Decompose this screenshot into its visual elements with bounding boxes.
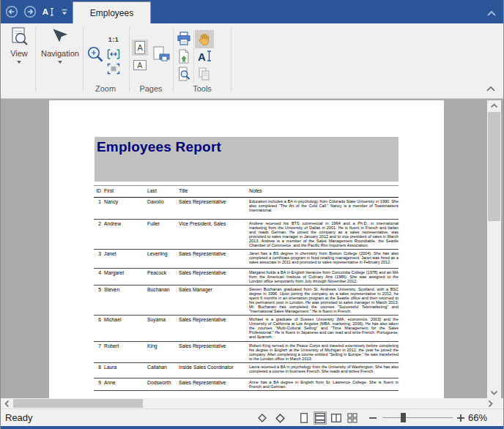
diamond-icon — [256, 412, 268, 424]
cell-notes: Janet has a BS degree in chemistry from … — [249, 251, 399, 268]
zoom-percentage: 66% — [468, 409, 487, 426]
zoom-slider-track[interactable] — [382, 417, 453, 418]
chevron-left-icon — [4, 400, 10, 408]
multi-page-grid-icon — [346, 412, 358, 424]
zoom-out-button[interactable] — [366, 411, 379, 425]
svg-text:A: A — [42, 7, 48, 16]
zoom-slider-thumb[interactable] — [401, 413, 406, 422]
scroll-right-button[interactable] — [486, 399, 495, 408]
zoom-one-to-one-button[interactable]: 1:1 — [105, 32, 122, 47]
table-body: 1 Nancy Davolio Sales Representative Edu… — [94, 198, 399, 391]
cell-title: Sales Representative — [177, 251, 249, 268]
portrait-page-button[interactable]: A — [132, 40, 148, 56]
column-header-title: Title — [177, 188, 249, 195]
portrait-page-icon: A — [132, 40, 148, 56]
view-button-label: View — [10, 49, 28, 58]
cell-last: Davolio — [145, 199, 177, 219]
page-setup-icon — [152, 45, 171, 64]
cell-notes: Andrew received his BTS commercial in 19… — [249, 221, 399, 249]
scroll-down-button[interactable] — [487, 387, 501, 398]
navigation-button[interactable]: Navigation — [38, 26, 82, 78]
text-select-button[interactable]: A — [196, 48, 212, 64]
hand-icon — [197, 32, 212, 47]
ribbon: View Navigation 1:1 — [1, 23, 503, 99]
landscape-page-button[interactable]: A — [132, 57, 148, 73]
cell-first: Anne — [101, 380, 145, 390]
report-title-banner: Employees Report — [94, 137, 399, 182]
view-button[interactable]: View — [5, 26, 33, 78]
edit-watermark-button[interactable] — [256, 411, 269, 425]
cell-id: 7 — [94, 343, 101, 362]
window-bottom-border — [1, 426, 503, 429]
hand-tool-button[interactable] — [195, 30, 214, 48]
back-button[interactable] — [5, 5, 18, 18]
cell-notes: Steven Buchanan graduated from St. Andre… — [249, 287, 399, 315]
vertical-scrollbar[interactable] — [487, 100, 501, 398]
cell-last: Fuller — [145, 221, 177, 249]
table-row: 7 Robert King Sales Representative Rober… — [94, 342, 399, 363]
svg-text:A: A — [138, 61, 143, 70]
status-text: Ready — [5, 409, 33, 426]
report-title: Employees Report — [97, 139, 221, 155]
printer-icon — [176, 31, 192, 47]
view-dropdown-caret-icon — [17, 61, 21, 64]
document-tab-employees[interactable]: Employees — [73, 1, 151, 23]
cell-id: 1 — [94, 199, 101, 219]
copy-icon — [196, 66, 212, 82]
cell-first: Nancy — [101, 199, 145, 219]
zoom-button[interactable] — [85, 44, 105, 64]
cell-first: Laura — [101, 365, 145, 378]
vertical-scroll-thumb[interactable] — [488, 112, 500, 221]
pages-group-label: Pages — [130, 84, 172, 93]
export-document-button[interactable] — [176, 48, 192, 64]
edit-parameters-button[interactable] — [273, 411, 286, 425]
report-page: Employees Report ID First Last Title Not… — [49, 100, 444, 398]
horizontal-scrollbar[interactable] — [1, 398, 503, 409]
print-button[interactable] — [176, 31, 192, 47]
cell-title: Sales Representative — [177, 380, 249, 390]
cell-notes: Michael is a graduate of Sussex Universi… — [249, 317, 399, 341]
cell-title: Sales Representative — [177, 343, 249, 362]
fit-page-icon — [105, 62, 122, 75]
fit-whole-page-button[interactable] — [105, 61, 122, 76]
text-cursor-icon: A — [42, 5, 55, 18]
zoom-in-button[interactable] — [454, 411, 467, 425]
cell-last: Leverling — [145, 251, 177, 268]
column-header-last: Last — [145, 188, 177, 195]
ribbon-collapse-button[interactable] — [486, 82, 496, 95]
page-setup-button[interactable] — [151, 45, 171, 64]
search-document-button[interactable] — [176, 66, 192, 82]
cell-id: 9 — [94, 380, 101, 390]
cell-id: 8 — [94, 365, 101, 378]
fit-page-width-button[interactable] — [105, 47, 122, 61]
chevron-up-icon — [490, 103, 498, 108]
scroll-up-button[interactable] — [487, 100, 501, 111]
cell-notes: Margaret holds a BA in English literatur… — [249, 270, 399, 285]
forward-button[interactable] — [23, 5, 37, 18]
cell-last: Suyama — [145, 317, 177, 341]
cell-id: 4 — [94, 270, 101, 285]
cell-title: Inside Sales Coordinator — [177, 365, 249, 378]
single-page-view-button[interactable] — [297, 411, 311, 425]
horizontal-scroll-thumb[interactable] — [13, 399, 143, 408]
fit-width-view-button[interactable] — [314, 411, 327, 425]
cell-last: Buchanan — [145, 287, 177, 315]
window-collapse-button[interactable] — [486, 7, 497, 20]
single-page-icon — [298, 412, 310, 424]
cell-notes: Laura received a BA in psychology from t… — [249, 365, 399, 378]
cell-first: Michael — [101, 317, 145, 341]
text-search-button[interactable]: A — [42, 5, 55, 18]
table-row: 8 Laura Callahan Inside Sales Coordinato… — [94, 363, 399, 378]
scroll-left-button[interactable] — [2, 399, 12, 408]
diamond-icon — [274, 412, 286, 425]
cell-id: 2 — [94, 221, 101, 249]
qat-customize-button[interactable] — [60, 5, 69, 18]
table-row: 4 Margaret Peacock Sales Representative … — [94, 269, 399, 286]
cell-title: Vice President, Sales — [177, 221, 249, 249]
cell-last: Callahan — [145, 365, 177, 378]
print-preview-window: A Employees — [0, 0, 504, 429]
multi-page-view-button[interactable] — [346, 411, 359, 425]
two-page-view-button[interactable] — [330, 411, 343, 425]
copy-button[interactable] — [196, 66, 212, 82]
cell-notes: Robert King served in the Peace Corps an… — [249, 343, 399, 362]
